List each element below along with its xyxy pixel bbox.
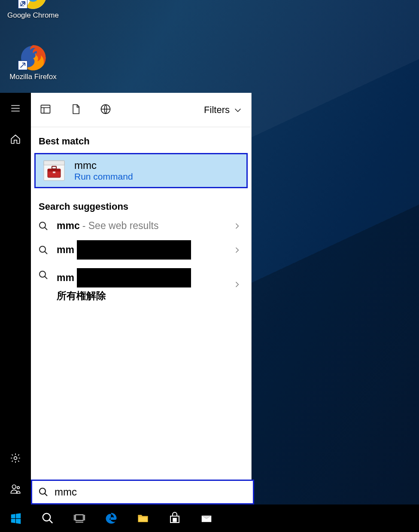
shortcut-arrow-icon [18, 0, 27, 9]
task-view-button[interactable] [64, 504, 95, 532]
search-icon [38, 221, 49, 231]
suggestion-term: mm [57, 272, 74, 284]
svg-point-15 [39, 222, 46, 228]
task-view-icon [73, 512, 86, 525]
best-match-title: mmc [74, 159, 133, 171]
start-left-rail [0, 93, 31, 504]
tab-apps[interactable] [39, 103, 52, 117]
svg-rect-22 [175, 518, 176, 520]
chevron-right-icon [233, 222, 241, 230]
taskbar-store[interactable] [159, 504, 191, 532]
search-suggestion[interactable]: mm 所有権解除 [31, 264, 251, 306]
edge-icon [105, 512, 118, 525]
svg-rect-21 [173, 518, 174, 520]
svg-point-18 [39, 488, 46, 494]
search-icon [38, 270, 49, 280]
firefox-icon [18, 42, 48, 70]
apps-icon [39, 103, 52, 115]
user-icon [10, 483, 21, 495]
globe-icon [100, 103, 112, 115]
store-icon [168, 512, 181, 525]
desktop-icon-label: Google Chrome [5, 11, 61, 20]
best-match-result[interactable]: mmc Run command [34, 153, 248, 188]
desktop-icon-firefox[interactable]: Mozilla Firefox [5, 42, 61, 81]
svg-rect-14 [53, 171, 55, 173]
suggestion-term: mm [57, 244, 74, 256]
search-input[interactable] [55, 486, 247, 498]
document-icon [70, 103, 82, 115]
suggestion-hint: - See web results [82, 220, 159, 232]
search-icon [38, 245, 49, 255]
hamburger-icon [10, 103, 21, 114]
tab-documents[interactable] [70, 103, 82, 117]
search-scope-tabs: Filters [31, 93, 251, 127]
chevron-right-icon [233, 280, 241, 289]
svg-rect-20 [76, 515, 83, 520]
gear-icon [10, 453, 21, 464]
search-suggestion[interactable]: mmc - See web results [31, 216, 251, 236]
svg-point-17 [39, 271, 46, 277]
tab-web[interactable] [100, 103, 112, 117]
search-input-container[interactable] [31, 480, 254, 504]
redacted-text [77, 240, 191, 260]
shortcut-arrow-icon [18, 61, 27, 70]
taskbar-edge[interactable] [95, 504, 127, 532]
desktop-icon-label: Mozilla Firefox [5, 73, 61, 81]
start-button[interactable] [0, 504, 32, 532]
desktop-icon-chrome[interactable]: Google Chrome [5, 0, 61, 20]
svg-rect-23 [173, 520, 174, 521]
suggestion-term: mmc [57, 220, 80, 232]
svg-rect-24 [175, 520, 176, 521]
mail-icon [200, 512, 213, 525]
redacted-text [77, 268, 191, 287]
svg-point-16 [39, 246, 46, 252]
search-icon [41, 512, 54, 525]
svg-point-5 [12, 485, 16, 489]
suggestions-header: Search suggestions [31, 193, 251, 216]
svg-point-6 [17, 486, 19, 489]
mmc-icon [43, 160, 65, 181]
svg-point-4 [14, 457, 17, 460]
taskbar-search-button[interactable] [32, 504, 64, 532]
taskbar-mail[interactable] [191, 504, 222, 532]
svg-rect-7 [41, 105, 50, 113]
home-icon [10, 134, 21, 145]
search-results-panel: Filters Best match mmc Run command Searc… [31, 93, 252, 480]
settings-button[interactable] [0, 443, 31, 474]
best-match-header: Best match [31, 127, 251, 150]
svg-point-19 [43, 514, 51, 521]
folder-icon [137, 512, 149, 525]
chevron-right-icon [233, 246, 241, 254]
svg-rect-10 [44, 161, 64, 165]
filters-dropdown[interactable]: Filters [204, 104, 243, 116]
hamburger-button[interactable] [0, 93, 31, 124]
home-button[interactable] [0, 124, 31, 155]
best-match-subtitle: Run command [74, 171, 133, 182]
taskbar [0, 504, 419, 532]
filters-label: Filters [204, 104, 230, 116]
chrome-icon [18, 0, 48, 9]
chevron-down-icon [233, 105, 243, 115]
windows-icon [9, 512, 22, 525]
suggestion-tail: 所有権解除 [57, 290, 106, 302]
search-icon [38, 486, 49, 498]
search-suggestion[interactable]: mm [31, 236, 251, 264]
user-button[interactable] [0, 474, 31, 504]
taskbar-file-explorer[interactable] [127, 504, 159, 532]
